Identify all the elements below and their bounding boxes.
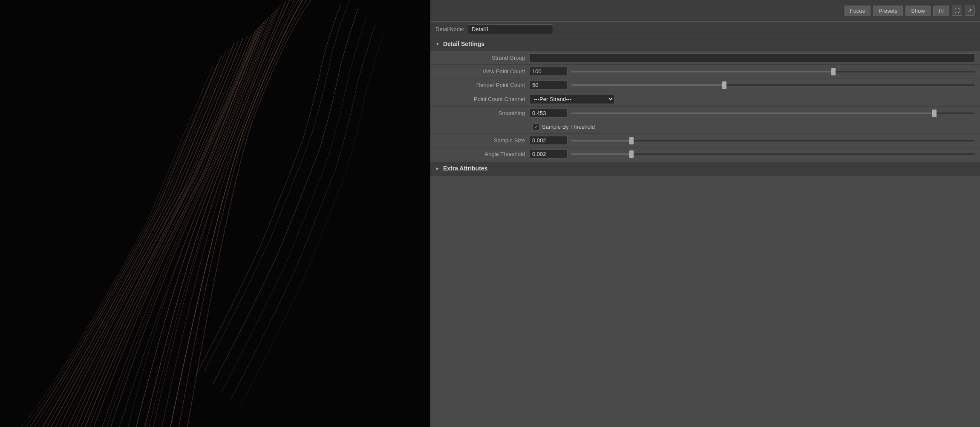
angle-threshold-slider[interactable] (571, 153, 975, 155)
extra-attributes-arrow: ► (435, 166, 440, 171)
detail-settings-title: Detail Settings (443, 40, 484, 47)
sample-size-label: Sample Size (435, 137, 529, 144)
detail-settings-header[interactable]: ▼ Detail Settings (430, 37, 980, 51)
detail-node-label: DetailNode: (435, 26, 464, 32)
presets-button[interactable]: Presets (873, 6, 903, 16)
view-point-count-row: View Point Count (430, 65, 980, 78)
render-point-count-thumb[interactable] (722, 81, 726, 89)
detail-settings-arrow: ▼ (435, 42, 440, 46)
svg-rect-0 (0, 0, 430, 427)
smoothing-row: Smoothing (430, 107, 980, 120)
angle-threshold-thumb[interactable] (629, 150, 634, 158)
checkmark-icon: ✓ (534, 124, 538, 130)
sample-by-threshold-row: ✓ Sample By Threshold (430, 120, 980, 134)
sample-size-slider[interactable] (571, 140, 975, 141)
sample-size-fill (571, 140, 631, 141)
show-button[interactable]: Show (905, 6, 931, 16)
settings-body: Strand Group View Point Count Render Poi… (430, 51, 980, 161)
viewport (0, 0, 430, 427)
extra-attributes-title: Extra Attributes (443, 165, 488, 172)
point-count-channel-row: Point Count Channel ---Per Strand--- Non… (430, 92, 980, 107)
render-point-count-slider[interactable] (571, 84, 975, 86)
render-point-count-fill (571, 84, 724, 86)
render-point-count-label: Render Point Count (435, 82, 529, 88)
point-count-channel-label: Point Count Channel (435, 96, 529, 102)
angle-threshold-input[interactable] (529, 150, 568, 159)
view-point-count-input[interactable] (529, 67, 568, 76)
angle-threshold-fill (571, 153, 631, 155)
detail-node-row: DetailNode: (430, 21, 980, 37)
angle-threshold-label: Angle Threshold (435, 151, 529, 157)
smoothing-fill (571, 113, 934, 114)
render-point-count-input[interactable] (529, 81, 568, 89)
sample-by-threshold-checkbox[interactable]: ✓ (533, 124, 539, 130)
render-point-count-row: Render Point Count (430, 78, 980, 92)
view-point-count-fill (571, 71, 833, 72)
sample-size-thumb[interactable] (629, 137, 634, 144)
smoothing-input[interactable] (529, 109, 568, 118)
view-point-count-slider[interactable] (571, 71, 975, 72)
top-bar: Focus Presets Show Hi ⛶ ↗ (430, 0, 980, 21)
right-panel: Focus Presets Show Hi ⛶ ↗ DetailNode: ▼ … (430, 0, 980, 427)
smoothing-thumb[interactable] (932, 110, 937, 117)
sample-by-threshold-label: Sample By Threshold (542, 124, 595, 130)
hi-button[interactable]: Hi (933, 6, 949, 16)
smoothing-slider[interactable] (571, 113, 975, 114)
strand-group-label: Strand Group (435, 55, 529, 61)
expand-icon[interactable]: ⛶ (952, 6, 962, 16)
strand-group-input[interactable] (529, 53, 975, 62)
collapse-icon[interactable]: ↗ (965, 6, 975, 16)
point-count-channel-dropdown[interactable]: ---Per Strand--- None Custom (529, 94, 614, 104)
angle-threshold-row: Angle Threshold (430, 147, 980, 161)
smoothing-label: Smoothing (435, 110, 529, 116)
view-point-count-label: View Point Count (435, 68, 529, 75)
sample-size-input[interactable] (529, 136, 568, 145)
focus-button[interactable]: Focus (845, 6, 870, 16)
sample-size-row: Sample Size (430, 134, 980, 147)
strand-group-row: Strand Group (430, 51, 980, 65)
detail-node-input[interactable] (468, 24, 553, 34)
view-point-count-thumb[interactable] (831, 68, 836, 75)
extra-attributes-header[interactable]: ► Extra Attributes (430, 161, 980, 176)
